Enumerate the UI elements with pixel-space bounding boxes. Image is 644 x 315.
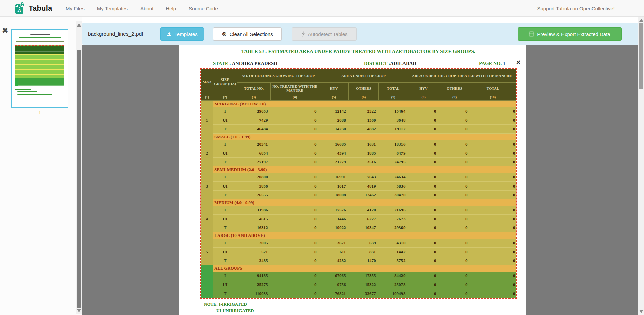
support-link[interactable]: Support Tabula on OpenCollective! (537, 0, 615, 17)
thumbnail-sidebar: ✖ 1 (0, 17, 82, 315)
sidebar-scroll-up-icon[interactable] (77, 23, 81, 27)
template-upload-icon (167, 32, 172, 37)
window-scroll-up-icon[interactable] (639, 19, 643, 22)
sidebar-scrollbar-thumb[interactable] (77, 50, 81, 308)
nav-item-my-templates[interactable]: My Templates (97, 6, 128, 11)
table-export-icon (529, 31, 534, 37)
pdf-state-line: STATE : ANDHRA PRADESH (213, 61, 277, 66)
selection-close-icon[interactable]: ✕ (516, 59, 521, 66)
tabula-logo-icon: λ (15, 2, 25, 14)
thumb-note-line (15, 89, 31, 90)
pdf-page[interactable]: TABLE 5J : ESTIMATED AREA UNDER PADDY TR… (179, 45, 526, 315)
pdf-note-line2: UI-UNIRRIGATED (216, 308, 254, 313)
sidebar-scroll-down-icon[interactable] (77, 309, 81, 312)
pdf-table-title: TABLE 5J : ESTIMATED AREA UNDER PADDY TR… (201, 49, 516, 54)
nav-item-about[interactable]: About (140, 6, 153, 11)
page-number-label: 1 (11, 109, 68, 115)
tabula-app-window: λ Tabula My FilesMy TemplatesAboutHelpSo… (0, 0, 644, 315)
thumb-subtitle-line (19, 37, 61, 38)
templates-button[interactable]: Templates (160, 27, 204, 41)
thumb-note-line (17, 91, 37, 92)
nav-item-source-code[interactable]: Source Code (189, 6, 218, 11)
pageno-value: 1 (503, 61, 505, 66)
window-scrollbar-thumb[interactable] (639, 23, 643, 89)
district-label: DISTRICT : (364, 61, 390, 66)
remove-page-button[interactable]: ✖ (2, 27, 8, 34)
district-value: ADILABAD (390, 61, 416, 66)
toolbar: background_lines_2.pdf Templates ⊗ Clear… (82, 23, 638, 45)
top-navbar: λ Tabula My FilesMy TemplatesAboutHelpSo… (0, 0, 644, 17)
brand-title: Tabula (29, 4, 52, 13)
preview-export-button[interactable]: Preview & Export Extracted Data (518, 27, 622, 41)
pdf-district-line: DISTRICT :ADILABAD (364, 61, 416, 66)
circle-x-icon: ⊗ (222, 31, 227, 37)
document-filename: background_lines_2.pdf (88, 23, 143, 45)
table-selection-rectangle[interactable] (200, 68, 517, 299)
lightning-bolt-icon (301, 31, 305, 37)
pdf-note-line1: NOTE: I-IRRIGATED (204, 302, 247, 307)
sidebar-scrollbar[interactable] (76, 21, 82, 314)
pageno-label: PAGE NO. (479, 61, 502, 66)
nav-item-my-files[interactable]: My Files (66, 6, 85, 11)
pdf-pageno-line: PAGE NO. 1 (479, 61, 505, 66)
navbar-menu: My FilesMy TemplatesAboutHelpSource Code (66, 0, 218, 17)
brand-link[interactable]: λ Tabula (15, 0, 52, 17)
window-scroll-down-icon[interactable] (639, 310, 643, 313)
main-content: background_lines_2.pdf Templates ⊗ Clear… (82, 17, 638, 315)
clear-all-selections-button[interactable]: ⊗ Clear All Selections (213, 27, 282, 41)
nav-item-help[interactable]: Help (166, 6, 176, 11)
window-scrollbar[interactable] (638, 17, 644, 315)
page-thumbnail[interactable] (11, 29, 68, 108)
autodetect-tables-button: Autodetect Tables (292, 27, 357, 41)
state-value: ANDHRA PRADESH (232, 61, 278, 66)
pdf-viewer-area: TABLE 5J : ESTIMATED AREA UNDER PADDY TR… (82, 45, 638, 315)
thumb-title-line (30, 34, 50, 35)
thumbnail-table-preview (15, 45, 64, 86)
thumb-note-line (17, 94, 52, 95)
state-label: STATE : (213, 61, 231, 66)
thumb-state-line (16, 41, 64, 42)
svg-text:λ: λ (17, 6, 21, 13)
